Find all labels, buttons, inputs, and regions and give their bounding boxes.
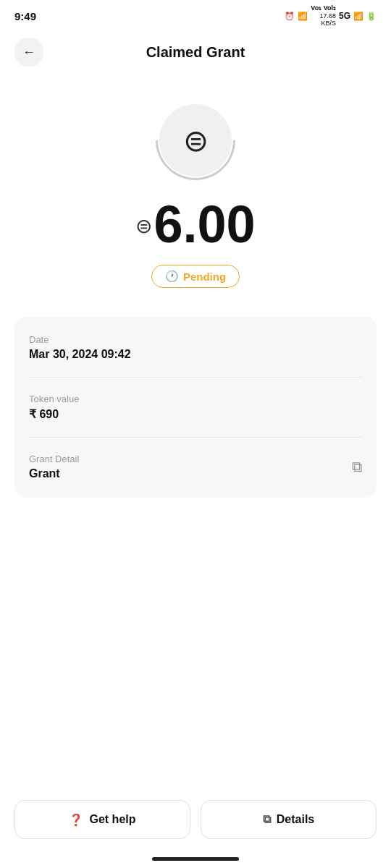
- battery-icon: 🔋: [366, 12, 377, 21]
- external-link-icon[interactable]: ⧉: [352, 459, 362, 475]
- date-label: Date: [29, 334, 362, 345]
- bottom-buttons: ❓ Get help ⧉ Details: [0, 800, 391, 839]
- token-value-label: Token value: [29, 393, 362, 404]
- coin-ring: [139, 84, 252, 197]
- details-icon: ⧉: [263, 813, 271, 826]
- get-help-label: Get help: [89, 813, 135, 826]
- status-bar: 9:49 ⏰ 📶 Vo₁ Vol₂ 17.68 KB/S 5G 📶 🔋: [0, 0, 391, 29]
- coin-icon-container: ⊜: [159, 104, 232, 176]
- signal-bars-icon: 📶: [353, 12, 363, 21]
- home-indicator: [152, 857, 239, 861]
- details-button[interactable]: ⧉ Details: [201, 800, 377, 839]
- date-value: Mar 30, 2024 09:42: [29, 348, 362, 361]
- grant-detail-value: Grant: [29, 467, 79, 480]
- status-icons: ⏰ 📶 Vo₁ Vol₂ 17.68 KB/S 5G 📶 🔋: [285, 4, 377, 27]
- main-content: ⊜ ⊜ 6.00 🕐 Pending Date Mar 30, 2024 09:…: [0, 75, 391, 512]
- divider-2: [29, 437, 362, 438]
- network-speed: Vo₁ Vol₂ 17.68 KB/S: [311, 4, 336, 27]
- page-title: Claimed Grant: [43, 44, 348, 61]
- token-value-row: Token value ₹ 690: [29, 393, 362, 421]
- divider-1: [29, 377, 362, 378]
- details-label: Details: [277, 813, 314, 826]
- signal-text: 📶: [298, 12, 308, 21]
- status-label: Pending: [183, 271, 226, 283]
- date-row: Date Mar 30, 2024 09:42: [29, 334, 362, 361]
- details-card: Date Mar 30, 2024 09:42 Token value ₹ 69…: [14, 317, 377, 498]
- 5g-icon: 5G: [339, 11, 350, 21]
- amount-display: ⊜ 6.00: [135, 198, 255, 250]
- status-badge: 🕐 Pending: [151, 265, 240, 288]
- grant-detail-text: Grant Detail Grant: [29, 454, 79, 480]
- header: ← Claimed Grant: [0, 29, 391, 75]
- get-help-button[interactable]: ❓ Get help: [14, 800, 190, 839]
- currency-icon: ⊜: [135, 214, 152, 238]
- pending-clock-icon: 🕐: [165, 270, 179, 283]
- back-arrow-icon: ←: [22, 45, 35, 60]
- grant-detail-label: Grant Detail: [29, 454, 79, 464]
- back-button[interactable]: ←: [14, 38, 43, 67]
- alarm-icon: ⏰: [285, 12, 295, 21]
- amount-value: 6.00: [154, 198, 255, 250]
- status-time: 9:49: [14, 10, 36, 22]
- token-value: ₹ 690: [29, 407, 362, 421]
- grant-detail-row: Grant Detail Grant ⧉: [29, 454, 362, 480]
- help-icon: ❓: [69, 813, 83, 827]
